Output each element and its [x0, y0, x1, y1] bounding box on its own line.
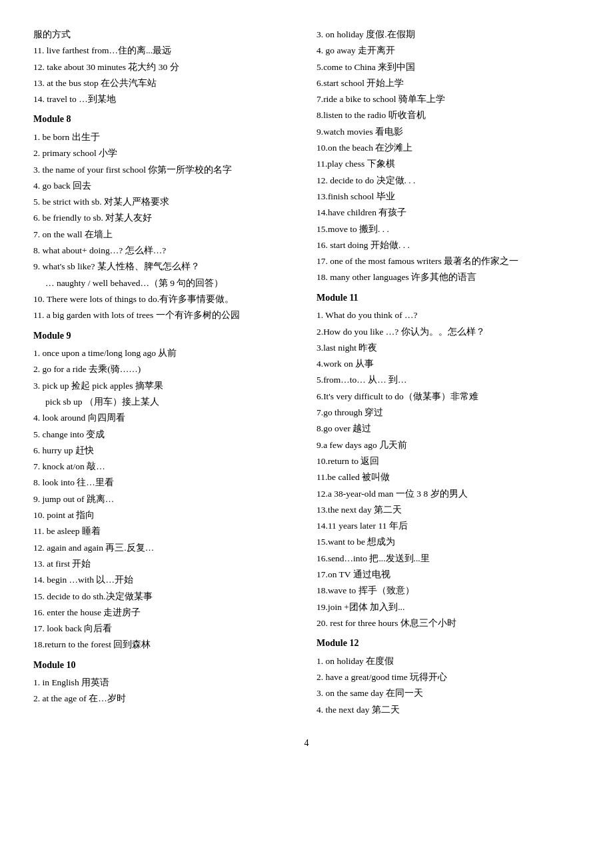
intro-item-4: 14. travel to …到某地 [33, 91, 297, 107]
m12-item-2: 3. on the same day 在同一天 [316, 685, 580, 701]
m9-item-12: 12. again and again 再三.反复… [33, 540, 297, 556]
left-column: 服的方式 11. live farthest from…住的离...最远 12.… [33, 27, 297, 718]
m9-item-4: 4. look around 向四周看 [33, 410, 297, 426]
r-intro-item-3: 6.start school 开始上学 [316, 75, 580, 91]
r-intro-item-7: 10.on the beach 在沙滩上 [316, 140, 580, 156]
m11-item-4: 5.from…to… 从… 到… [316, 372, 580, 388]
r-intro-item-4: 7.ride a bike to school 骑单车上学 [316, 91, 580, 107]
m8-item-6: 7. on the wall 在墙上 [33, 227, 297, 243]
m9-item-0: 1. once upon a time/long long ago 从前 [33, 345, 297, 361]
m11-item-14: 15.want to be 想成为 [316, 534, 580, 550]
m11-item-0: 1. What do you think of …? [316, 307, 580, 323]
m8-item-8: 9. what's sb like? 某人性格、脾气怎么样？ [33, 259, 297, 275]
m11-item-3: 4.work on 从事 [316, 356, 580, 372]
m9-item-1: 2. go for a ride 去乘(骑……) [33, 361, 297, 377]
m11-item-5: 6.It's very difficult to do（做某事）非常难 [316, 389, 580, 405]
intro-item-2: 12. take about 30 minutes 花大约 30 分 [33, 59, 297, 75]
m11-item-15: 16.send…into 把...发送到...里 [316, 551, 580, 567]
m8-item-11: 11. a big garden with lots of trees 一个有许… [33, 307, 297, 323]
r-intro-item-11: 14.have children 有孩子 [316, 205, 580, 221]
m8-item-3: 4. go back 回去 [33, 178, 297, 194]
r-intro-item-13: 16. start doing 开始做. . . [316, 237, 580, 253]
intro-item-0: 服的方式 [33, 27, 297, 43]
m9-item-6: 6. hurry up 赶快 [33, 443, 297, 459]
m9-item-7: 7. knock at/on 敲… [33, 459, 297, 475]
m11-item-1: 2.How do you like …? 你认为。。怎么样？ [316, 324, 580, 340]
m10-item-1: 2. at the age of 在…岁时 [33, 691, 297, 707]
r-intro-item-1: 4. go away 走开离开 [316, 43, 580, 59]
m9-item-5: 5. change into 变成 [33, 427, 297, 443]
m12-item-3: 4. the next day 第二天 [316, 702, 580, 718]
m9-item-13: 13. at first 开始 [33, 556, 297, 572]
m8-item-0: 1. be born 出生于 [33, 129, 297, 145]
m9-item-14: 14. begin …with 以…开始 [33, 572, 297, 588]
r-intro-item-0: 3. on holiday 度假.在假期 [316, 27, 580, 43]
m9-item-17: 17. look back 向后看 [33, 621, 297, 637]
m11-item-9: 10.return to 返回 [316, 453, 580, 469]
m11-item-18: 19.join +团体 加入到... [316, 599, 580, 615]
main-content: 服的方式 11. live farthest from…住的离...最远 12.… [33, 27, 580, 718]
module9-title: Module 9 [33, 328, 297, 345]
m11-item-2: 3.last night 昨夜 [316, 340, 580, 356]
module12-title: Module 12 [316, 635, 580, 652]
r-intro-item-12: 15.move to 搬到. . . [316, 221, 580, 237]
page-number: 4 [33, 738, 580, 749]
m8-item-1: 2. primary school 小学 [33, 145, 297, 161]
r-intro-item-15: 18. many other languages 许多其他的语言 [316, 269, 580, 285]
m8-item-4: 5. be strict with sb. 对某人严格要求 [33, 194, 297, 210]
m8-item-2: 3. the name of your first school 你第一所学校的… [33, 162, 297, 178]
m8-item-5: 6. be friendly to sb. 对某人友好 [33, 210, 297, 226]
module11-title: Module 11 [316, 290, 580, 307]
m11-item-13: 14.11 years later 11 年后 [316, 518, 580, 534]
m9-item-11: 11. be asleep 睡着 [33, 523, 297, 539]
m11-item-11: 12.a 38-year-old man 一位 3 8 岁的男人 [316, 486, 580, 502]
m12-item-0: 1. on holiday 在度假 [316, 653, 580, 669]
m9-item-18: 18.return to the forest 回到森林 [33, 637, 297, 653]
m11-item-10: 11.be called 被叫做 [316, 469, 580, 485]
m11-item-17: 18.wave to 挥手（致意） [316, 583, 580, 599]
m11-item-6: 7.go through 穿过 [316, 405, 580, 421]
m9-item-15: 15. decide to do sth.决定做某事 [33, 589, 297, 605]
m9-item-9: 9. jump out of 跳离… [33, 491, 297, 507]
r-intro-item-10: 13.finish school 毕业 [316, 189, 580, 205]
m9-item-3: pick sb up （用车）接上某人 [33, 394, 297, 410]
m9-item-16: 16. enter the house 走进房子 [33, 605, 297, 621]
m9-item-10: 10. point at 指向 [33, 507, 297, 523]
m8-item-10: 10. There were lots of things to do.有许多事… [33, 291, 297, 307]
m12-item-1: 2. have a great/good time 玩得开心 [316, 669, 580, 685]
m8-item-9: … naughty / well behaved…（第 9 句的回答） [33, 275, 297, 291]
r-intro-item-8: 11.play chess 下象棋 [316, 156, 580, 172]
r-intro-item-2: 5.come to China 来到中国 [316, 59, 580, 75]
r-intro-item-6: 9.watch movies 看电影 [316, 124, 580, 140]
r-intro-item-5: 8.listen to the radio 听收音机 [316, 107, 580, 123]
m9-item-2: 3. pick up 捡起 pick apples 摘苹果 [33, 378, 297, 394]
m11-item-16: 17.on TV 通过电视 [316, 567, 580, 583]
m11-item-7: 8.go over 越过 [316, 421, 580, 437]
m8-item-7: 8. what about+ doing…? 怎么样…? [33, 243, 297, 259]
m11-item-8: 9.a few days ago 几天前 [316, 437, 580, 453]
m11-item-12: 13.the next day 第二天 [316, 502, 580, 518]
r-intro-item-9: 12. decide to do 决定做. . . [316, 173, 580, 189]
r-intro-item-14: 17. one of the most famous writers 最著名的作… [316, 253, 580, 269]
intro-item-3: 13. at the bus stop 在公共汽车站 [33, 75, 297, 91]
module10-title: Module 10 [33, 657, 297, 674]
module8-title: Module 8 [33, 111, 297, 128]
m11-item-19: 20. rest for three hours 休息三个小时 [316, 615, 580, 631]
m9-item-8: 8. look into 往…里看 [33, 475, 297, 491]
intro-item-1: 11. live farthest from…住的离...最远 [33, 43, 297, 59]
m10-item-0: 1. in English 用英语 [33, 675, 297, 691]
right-column: 3. on holiday 度假.在假期 4. go away 走开离开 5.c… [316, 27, 580, 718]
